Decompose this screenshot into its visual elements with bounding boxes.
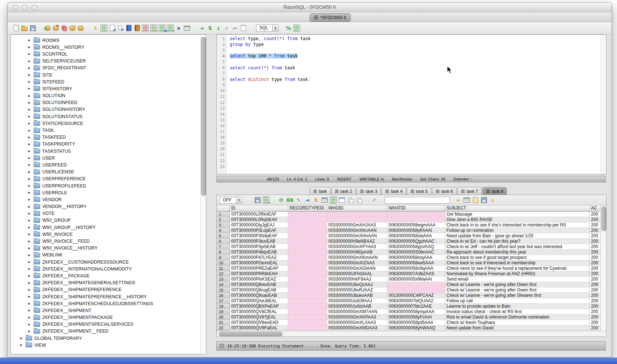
grid-cell[interactable] — [288, 277, 327, 282]
disclosure-triangle-icon[interactable]: ▶ — [28, 46, 33, 49]
grid-cell[interactable]: 200 — [590, 293, 601, 298]
grid-cell[interactable]: 0033000000GmXKmAAN — [327, 255, 387, 260]
grid-cell[interactable]: 0033000000GmXMDAA3 — [327, 325, 387, 331]
rollback-icon[interactable]: ↩ — [232, 25, 238, 31]
grid-cell[interactable] — [288, 287, 327, 293]
editor-line[interactable]: 9 — [217, 82, 601, 88]
copy-connection-icon[interactable] — [61, 25, 68, 31]
grid-cell[interactable]: 006300000058yd5AAA — [387, 320, 445, 325]
insert-row-icon[interactable]: ⇥ — [304, 197, 311, 204]
document-tab[interactable]: ☒ *SFDCW50 II — [310, 13, 351, 22]
statement-type-select[interactable]: SQL ▲▼ — [256, 25, 279, 31]
grid-cell[interactable]: Check nexis to see if they've found a re… — [445, 266, 590, 271]
editor-line[interactable]: 23 — [217, 164, 601, 169]
result-tab-task-4[interactable]: ☒task 4 — [381, 187, 406, 195]
grid-cell[interactable]: Need update from Bain - gave go ahead 1/… — [445, 233, 590, 239]
row-limit-stepper[interactable]: ▲▼ — [236, 197, 242, 204]
editor-line[interactable]: 3 — [217, 47, 601, 53]
disclosure-triangle-icon[interactable]: ▶ — [28, 87, 33, 90]
tree-item-w50-invoice[interactable]: ▶W50_INVOICE — [11, 231, 200, 238]
tree-item-solutionfeed[interactable]: ▶SOLUTIONFEED — [11, 99, 200, 106]
save-results-icon[interactable] — [254, 197, 261, 204]
grid-cell[interactable]: 0033000000H9aNBAAZ — [327, 239, 387, 244]
editor-line[interactable]: 18 — [217, 135, 601, 140]
grid-cell[interactable]: 200 — [590, 260, 601, 266]
tree-item-userpreference[interactable]: ▶USERPREFERENCE — [11, 176, 200, 182]
editor-line[interactable]: 1select type, count(*) from task — [217, 36, 601, 42]
table-row[interactable]: 1100T3000000PREZaEAP0033000000GmXOiAAN00… — [217, 266, 601, 271]
grid-cell[interactable]: 0033000000JFhGlAAL — [327, 271, 387, 277]
tree-item-zkfedex-customaddresssource[interactable]: ▶ZKFEDEX__CUSTOMADDRESSSOURCE — [11, 259, 200, 265]
tree-item-vendor-history[interactable]: ▶VENDOR__HISTORY — [11, 203, 200, 210]
grid-cell[interactable] — [288, 298, 327, 304]
tree-item-task[interactable]: ▶TASK — [11, 127, 200, 134]
disclosure-triangle-icon[interactable]: ▶ — [28, 143, 33, 146]
grid-cell[interactable]: Check-in w/ Ed - can he join this year? — [445, 239, 590, 244]
tree-item-taskstatus[interactable]: ▶TASKSTATUS — [11, 148, 200, 155]
edit-cell-icon[interactable]: ✎ — [295, 197, 302, 204]
grid-cell[interactable]: Check w/ Leanne - we're going after Owen… — [445, 287, 590, 293]
table-row[interactable]: 1600T3000000Q8sauEAB0033000000JbukoAAB00… — [217, 293, 601, 298]
grid-cell[interactable] — [288, 266, 327, 271]
grid-cell[interactable]: 200 — [590, 250, 601, 255]
grid-cell[interactable]: 00T3000000P3N4pEAF — [230, 233, 288, 239]
grid-cell[interactable]: 006300000058ypVAAQ — [387, 244, 445, 250]
grid-cell[interactable]: 00T3000000PRR8rEAH — [230, 271, 288, 277]
editor-line[interactable]: 5 — [217, 59, 601, 65]
tree-item-zkfedex-package[interactable]: ▶ZKFEDEX__PACKAGE — [11, 272, 200, 279]
grid-cell[interactable]: 0033000000JbvRJAAZ — [327, 287, 387, 293]
grid-cell[interactable]: 00T3000000OiyJgEAJ — [230, 222, 288, 228]
grid-cell[interactable]: 00T3000000P46qnEAB — [230, 250, 288, 255]
editor-line[interactable]: 16 — [217, 123, 601, 129]
table-row[interactable]: 700T3000000P3yrbEAB0033000000GmXPYAA3006… — [217, 244, 601, 250]
view-glasses-icon[interactable]: 66 — [286, 197, 293, 204]
statement-type-stepper[interactable]: ▲▼ — [273, 25, 279, 31]
editor-line[interactable]: 17 — [217, 129, 601, 135]
disclosure-triangle-icon[interactable]: ▶ — [28, 177, 33, 181]
editor-line[interactable]: 20 — [217, 146, 601, 152]
table-row[interactable]: 2000T3000000QV8TjEAL0033000000GmXKPAA300… — [217, 315, 601, 320]
tree-item-selfserviceuser[interactable]: ▶SELFSERVICEUSER — [11, 58, 200, 65]
disclosure-triangle-icon[interactable]: ▶ — [28, 295, 33, 298]
grid-cell[interactable]: 006300000058xlaAAA — [387, 233, 445, 239]
tree-item-userprofilefeed[interactable]: ▶USERPROFILEFEED — [11, 182, 200, 189]
grid-cell[interactable]: 00T3000000P3tuvEAB — [230, 239, 288, 244]
tree-item-rooms-history[interactable]: ▶ROOMS__HISTORY — [11, 44, 200, 51]
grid-cell[interactable]: 00630000007A3bZAAS — [387, 271, 445, 277]
table-row[interactable]: 900T3000000P47LYEAZ0033000000GmXKmAAN006… — [217, 255, 601, 260]
editor-line[interactable]: 22 — [217, 158, 601, 164]
grid-cell[interactable]: Check-in w/ Jeff - couldn't afford last … — [445, 244, 590, 250]
grid-cell[interactable]: 200 — [590, 228, 601, 233]
grid-cell[interactable]: 00T3000000PfvKSEAZ — [230, 277, 288, 282]
grid-cell[interactable]: 006300000058xw5AAA — [387, 260, 445, 266]
document-tab-close-icon[interactable]: ☒ — [314, 15, 318, 20]
tree-item-solutionhistory[interactable]: ▶SOLUTIONHISTORY — [11, 106, 200, 113]
grid-cell[interactable]: 0033000000JbvQzAAJ — [327, 282, 387, 287]
disclosure-triangle-icon[interactable]: ▶ — [28, 170, 33, 174]
result-tab-task[interactable]: ☒task — [310, 187, 331, 195]
editor-line[interactable]: 6select count(*) from task — [217, 65, 601, 70]
tree-item-w50-group-history[interactable]: ▶W50_GROUP__HISTORY — [11, 224, 200, 231]
tree-item-zkfedex-shipment-feed[interactable]: ▶ZKFEDEX__SHIPMENT__FEED — [11, 328, 200, 335]
grid-cell[interactable] — [288, 325, 327, 331]
favorites-star-icon[interactable]: ★ — [175, 25, 182, 31]
column-header-whatid[interactable]: WHATID — [387, 205, 445, 211]
disclosure-triangle-icon[interactable]: ▶ — [28, 60, 33, 63]
grid-cell[interactable]: 00T3000000QV8TjEAL — [230, 315, 288, 320]
grid-cell[interactable]: 006300000058yKhAAI — [387, 228, 445, 233]
grid-cell[interactable]: 200 — [590, 320, 601, 325]
download-arrow-icon[interactable]: ↓ — [489, 197, 496, 204]
tab-close-icon[interactable]: ☒ — [436, 189, 440, 194]
grid-cell[interactable]: 200 — [590, 271, 601, 277]
copy-icon[interactable] — [347, 197, 354, 204]
tree-item-zkfedex-shipmatepreference[interactable]: ▶ZKFEDEX__SHIPMATEPREFERENCE — [11, 286, 200, 293]
tab-close-icon[interactable]: ☒ — [360, 189, 364, 194]
table-row[interactable]: 1300T3000000PfvKSEAZ0033000000HirF8AAJ00… — [217, 277, 601, 282]
grid-cell[interactable]: 0033000000GmXM7AAN — [327, 309, 387, 315]
tab-close-icon[interactable]: ☒ — [486, 189, 490, 194]
database-icon[interactable] — [77, 25, 84, 31]
grid-cell[interactable]: 00630000007blc2AAE — [387, 304, 445, 309]
tree-item-userrole[interactable]: ▶USERROLE — [11, 189, 200, 196]
grid-cell[interactable]: 0013000000C4fFCAAZ — [387, 293, 445, 298]
disclosure-triangle-icon[interactable]: ▶ — [28, 184, 33, 187]
